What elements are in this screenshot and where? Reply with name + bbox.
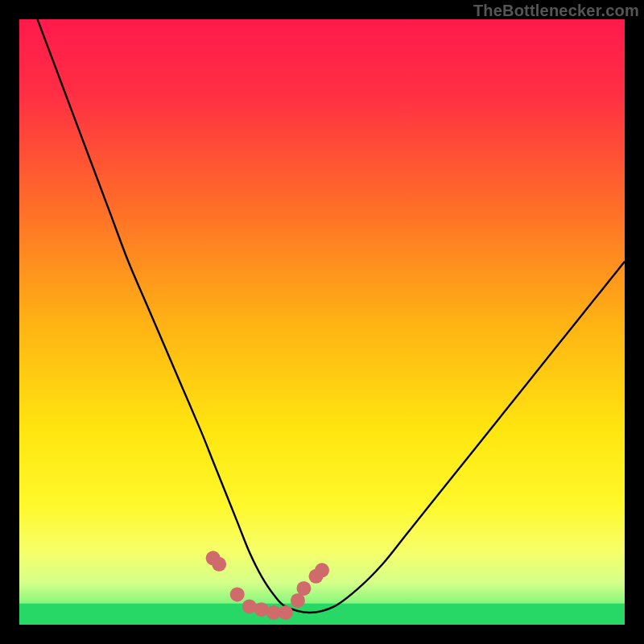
attribution-label: TheBottlenecker.com — [473, 2, 639, 20]
plot-area — [19, 19, 625, 625]
baseline-strip — [19, 604, 625, 625]
marker-dot — [279, 605, 293, 620]
marker-dot — [242, 599, 257, 613]
marker-dot — [230, 587, 245, 601]
marker-dot — [315, 563, 329, 577]
marker-dot — [212, 557, 226, 572]
marker-dot — [254, 602, 269, 617]
gradient-background — [19, 19, 625, 625]
chart-svg — [19, 19, 625, 625]
marker-dot — [296, 581, 311, 596]
chart-frame: TheBottlenecker.com — [0, 0, 644, 644]
